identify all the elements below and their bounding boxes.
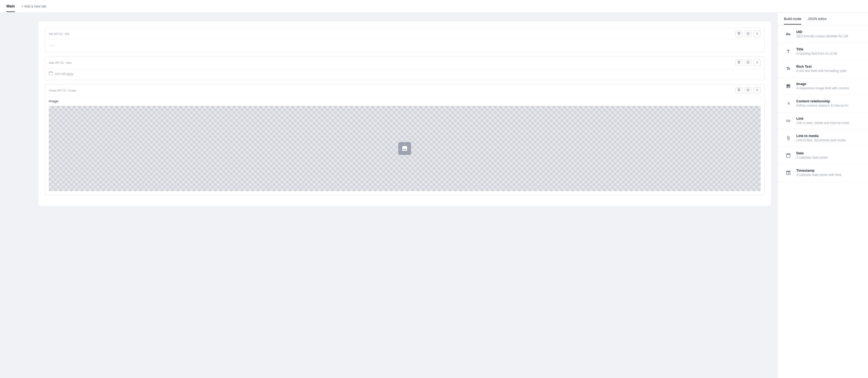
right-panel: Build mode JSON editor UID SEO-friendly … bbox=[777, 13, 868, 378]
main-tab[interactable]: Main bbox=[6, 1, 15, 12]
date-field-content: mm-dd-yyyy bbox=[45, 69, 764, 80]
date-api-id: API ID : date bbox=[55, 61, 72, 64]
title-field-actions bbox=[736, 31, 761, 37]
date-panel-text: Date A calendar date picker bbox=[796, 151, 862, 159]
image-field-label: image API ID : image bbox=[49, 89, 76, 92]
image-settings-btn[interactable] bbox=[745, 87, 751, 94]
title-field-label: title API ID : title bbox=[49, 32, 69, 35]
image-text: Image A responsive image field with cons… bbox=[796, 82, 862, 90]
canvas-inner: title API ID : title bbox=[38, 21, 771, 206]
rich-text-icon bbox=[784, 64, 793, 73]
image-field-content: image bbox=[45, 96, 764, 195]
rich-text-desc: A rich text field with formatting optio bbox=[796, 69, 862, 73]
content-relationship-text: Content relationship Define content rela… bbox=[796, 99, 862, 107]
link-icon bbox=[784, 117, 793, 125]
content-relationship-icon bbox=[784, 99, 793, 108]
date-panel-title: Date bbox=[796, 151, 862, 155]
title-title: Title bbox=[796, 47, 862, 51]
image-drag-btn[interactable] bbox=[754, 87, 761, 94]
title-api-id: API ID : title bbox=[54, 32, 69, 35]
title-desc: A heading field from h1 to h6 bbox=[796, 52, 862, 56]
title-field: title API ID : title bbox=[45, 28, 765, 52]
image-label: image bbox=[49, 99, 761, 103]
image-panel-icon bbox=[784, 82, 793, 90]
panel-item-content-relationship[interactable]: Content relationship Define content rela… bbox=[778, 95, 868, 112]
image-panel-desc: A responsive image field with constra bbox=[796, 86, 862, 90]
link-title: Link bbox=[796, 117, 862, 121]
panel-item-image[interactable]: Image A responsive image field with cons… bbox=[778, 77, 868, 95]
link-to-media-text: Link to media Link to files, documents a… bbox=[796, 134, 862, 142]
title-icon bbox=[784, 47, 793, 56]
image-placeholder-icon bbox=[398, 142, 411, 155]
image-delete-btn[interactable] bbox=[736, 87, 742, 94]
json-editor-tab[interactable]: JSON editor bbox=[808, 13, 827, 25]
title-field-content: ··· bbox=[45, 40, 764, 52]
image-panel-title: Image bbox=[796, 82, 862, 86]
title-placeholder: ··· bbox=[49, 43, 761, 48]
panel-item-title[interactable]: Title A heading field from h1 to h6 bbox=[778, 43, 868, 60]
canvas-area: title API ID : title bbox=[32, 13, 777, 378]
title-text: Title A heading field from h1 to h6 bbox=[796, 47, 862, 56]
uid-desc: SEO-friendly unique identifier for UR bbox=[796, 34, 862, 38]
content-relationship-desc: Define content relations & internal lin bbox=[796, 104, 862, 107]
link-to-media-desc: Link to files, documents and media bbox=[796, 138, 862, 142]
key-icon bbox=[784, 30, 793, 38]
timestamp-icon bbox=[784, 168, 793, 177]
image-field-header: image API ID : image bbox=[45, 85, 764, 96]
link-to-media-icon bbox=[784, 134, 793, 143]
right-panel-header: Build mode JSON editor bbox=[778, 13, 868, 26]
link-to-media-title: Link to media bbox=[796, 134, 862, 138]
date-delete-btn[interactable] bbox=[736, 59, 742, 66]
image-placeholder bbox=[49, 106, 761, 191]
content-relationship-title: Content relationship bbox=[796, 99, 862, 103]
image-field-actions bbox=[736, 87, 761, 94]
build-mode-tab[interactable]: Build mode bbox=[784, 13, 801, 25]
title-delete-btn[interactable] bbox=[736, 31, 742, 37]
top-bar: Main + Add a new tab bbox=[0, 0, 868, 13]
uid-title: UID bbox=[796, 30, 862, 34]
date-input-mock: mm-dd-yyyy bbox=[49, 71, 761, 76]
date-field-header: date API ID : date bbox=[45, 57, 764, 69]
content-wrapper: title API ID : title bbox=[0, 13, 868, 378]
date-field-actions bbox=[736, 59, 761, 66]
date-placeholder: mm-dd-yyyy bbox=[55, 72, 73, 76]
link-text: Link Link to web, media and internal con… bbox=[796, 117, 862, 125]
title-field-header: title API ID : title bbox=[45, 28, 764, 40]
date-panel-desc: A calendar date picker bbox=[796, 156, 862, 159]
image-field: image API ID : image bbox=[45, 84, 765, 195]
panel-items-list: UID SEO-friendly unique identifier for U… bbox=[778, 26, 868, 378]
link-desc: Link to web, media and internal conte bbox=[796, 121, 862, 125]
title-drag-btn[interactable] bbox=[754, 31, 761, 37]
calendar-icon bbox=[49, 71, 53, 76]
date-field-label: date API ID : date bbox=[49, 61, 72, 64]
date-panel-icon bbox=[784, 151, 793, 160]
panel-item-link-to-media[interactable]: Link to media Link to files, documents a… bbox=[778, 130, 868, 147]
date-field: date API ID : date bbox=[45, 57, 765, 80]
timestamp-desc: A calendar date picker with time bbox=[796, 173, 862, 177]
title-settings-btn[interactable] bbox=[745, 31, 751, 37]
left-sidebar bbox=[0, 13, 32, 378]
timestamp-title: Timestamp bbox=[796, 168, 862, 172]
panel-item-link[interactable]: Link Link to web, media and internal con… bbox=[778, 112, 868, 130]
date-drag-btn[interactable] bbox=[754, 59, 761, 66]
panel-item-rich-text[interactable]: Rich Text A rich text field with formatt… bbox=[778, 60, 868, 77]
uid-text: UID SEO-friendly unique identifier for U… bbox=[796, 30, 862, 38]
rich-text-text: Rich Text A rich text field with formatt… bbox=[796, 64, 862, 73]
image-api-id: API ID : image bbox=[57, 89, 76, 92]
rich-text-title: Rich Text bbox=[796, 64, 862, 68]
add-tab-button[interactable]: + Add a new tab bbox=[21, 4, 46, 8]
panel-item-uid[interactable]: UID SEO-friendly unique identifier for U… bbox=[778, 26, 868, 43]
panel-item-date[interactable]: Date A calendar date picker bbox=[778, 147, 868, 164]
date-settings-btn[interactable] bbox=[745, 59, 751, 66]
timestamp-text: Timestamp A calendar date picker with ti… bbox=[796, 168, 862, 177]
panel-item-timestamp[interactable]: Timestamp A calendar date picker with ti… bbox=[778, 164, 868, 182]
